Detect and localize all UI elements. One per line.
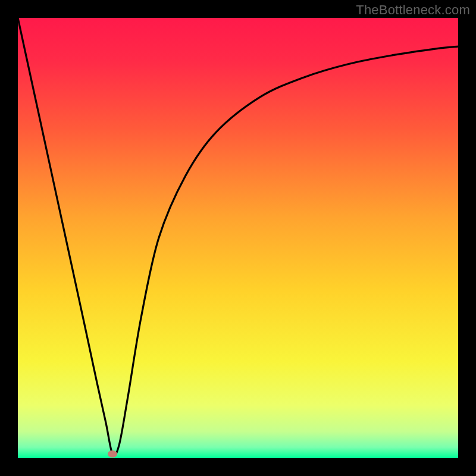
watermark-text: TheBottleneck.com <box>356 2 470 18</box>
bottleneck-curve <box>18 18 458 455</box>
plot-area <box>18 18 458 458</box>
chart-frame: TheBottleneck.com <box>0 0 476 476</box>
curve-layer <box>18 18 458 458</box>
min-marker <box>108 450 117 458</box>
